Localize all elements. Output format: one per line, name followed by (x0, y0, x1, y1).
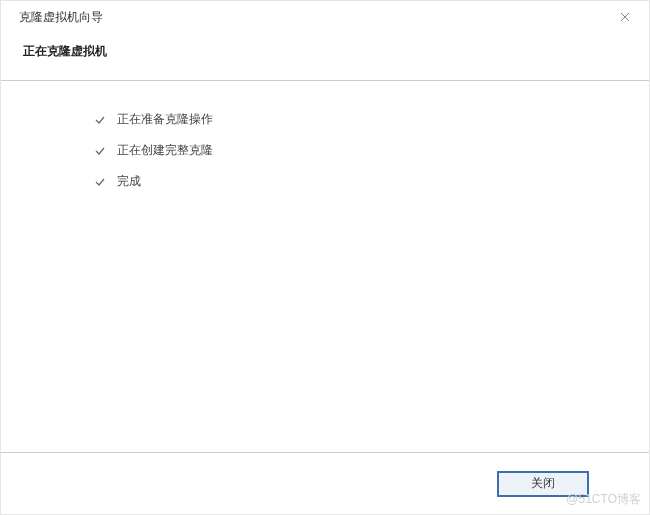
step-label: 完成 (117, 173, 141, 190)
step-item: 正在准备克隆操作 (91, 111, 629, 128)
check-icon (91, 176, 109, 188)
step-label: 正在准备克隆操作 (117, 111, 213, 128)
progress-steps: 正在准备克隆操作 正在创建完整克隆 完成 (1, 81, 649, 224)
header-area: 正在克隆虚拟机 (1, 33, 649, 80)
window-title: 克隆虚拟机向导 (19, 9, 103, 26)
step-item: 正在创建完整克隆 (91, 142, 629, 159)
step-label: 正在创建完整克隆 (117, 142, 213, 159)
titlebar: 克隆虚拟机向导 (1, 1, 649, 33)
footer: 关闭 (1, 452, 649, 514)
close-icon[interactable] (613, 5, 637, 29)
check-icon (91, 114, 109, 126)
step-item: 完成 (91, 173, 629, 190)
check-icon (91, 145, 109, 157)
page-subtitle: 正在克隆虚拟机 (23, 43, 627, 60)
close-button[interactable]: 关闭 (497, 471, 589, 497)
